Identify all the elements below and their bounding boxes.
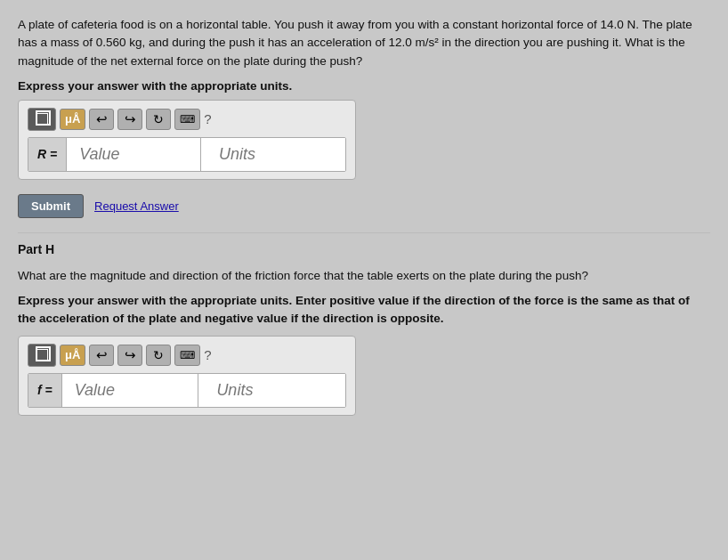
part-h-express: Express your answer with the appropriate…	[18, 292, 710, 329]
help-icon-r: ?	[204, 111, 211, 126]
part-h-question: What are the magnitude and direction of …	[18, 267, 710, 285]
f-value-input[interactable]: Value	[62, 374, 199, 407]
keyboard-button-r[interactable]: ⌨	[174, 109, 200, 130]
express-label: Express your answer with the appropriate…	[18, 79, 710, 93]
btn-row-r: Submit Request Answer	[18, 194, 710, 218]
r-label: R =	[28, 138, 67, 171]
mu-label-f: μÅ	[65, 348, 80, 361]
redo-button-f[interactable]: ↪	[117, 345, 142, 366]
mu-button-r[interactable]: μÅ	[60, 109, 85, 130]
refresh-icon-r: ↻	[153, 112, 164, 126]
r-units-input[interactable]: Units	[201, 138, 345, 171]
mu-label-r: μÅ	[65, 112, 80, 126]
refresh-icon-f: ↻	[153, 348, 164, 362]
help-icon-f: ?	[204, 347, 211, 362]
undo-button-f[interactable]: ↩	[89, 345, 114, 366]
f-units-input[interactable]: Units	[198, 374, 345, 407]
input-row-r: R = Value Units	[28, 137, 346, 172]
undo-icon-f: ↩	[96, 347, 108, 363]
format-icon-button-r[interactable]	[28, 108, 56, 131]
r-value-input[interactable]: Value	[67, 138, 201, 171]
keyboard-icon-r: ⌨	[180, 113, 195, 126]
redo-button-r[interactable]: ↪	[117, 109, 142, 130]
problem-text: A plate of cafeteria food is on a horizo…	[18, 16, 710, 70]
refresh-button-r[interactable]: ↻	[146, 109, 171, 130]
redo-icon-f: ↪	[125, 347, 136, 363]
refresh-button-f[interactable]: ↻	[146, 345, 171, 366]
redo-icon-r: ↪	[125, 111, 136, 127]
submit-button-r[interactable]: Submit	[18, 194, 84, 218]
part-h-label: Part H	[18, 242, 710, 256]
format-icon-button-f[interactable]	[28, 344, 56, 367]
request-answer-button-r[interactable]: Request Answer	[94, 199, 179, 213]
undo-button-r[interactable]: ↩	[89, 109, 114, 130]
mu-button-f[interactable]: μÅ	[60, 345, 85, 366]
undo-icon-r: ↩	[96, 111, 108, 127]
keyboard-button-f[interactable]: ⌨	[174, 345, 200, 366]
answer-box-f: μÅ ↩ ↪ ↻ ⌨ ? f = Value Units	[18, 336, 356, 416]
toolbar-r: μÅ ↩ ↪ ↻ ⌨ ?	[28, 108, 346, 131]
answer-box-r: μÅ ↩ ↪ ↻ ⌨ ? R = Value Units	[18, 100, 356, 180]
keyboard-icon-f: ⌨	[180, 349, 195, 361]
toolbar-f: μÅ ↩ ↪ ↻ ⌨ ?	[28, 344, 346, 367]
f-label: f =	[28, 374, 62, 407]
divider	[18, 232, 710, 233]
input-row-f: f = Value Units	[28, 373, 346, 408]
